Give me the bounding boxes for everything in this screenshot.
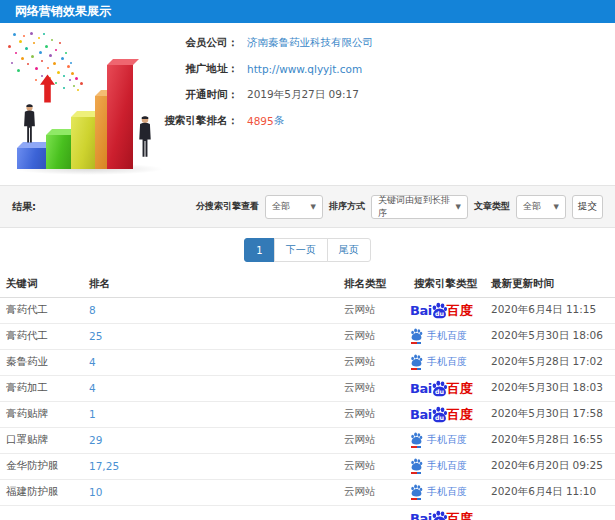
- svg-text:du: du: [435, 413, 444, 421]
- updated-time-cell: 2020年5月28日 17:02: [487, 349, 615, 375]
- keyword-cell: 金华防护服: [0, 453, 85, 479]
- businessman-left-figure: [21, 100, 38, 148]
- engine-cell: Baidu百度: [410, 401, 487, 427]
- bar-chart-graphic: [4, 27, 174, 179]
- engine-cell: 手机百度: [410, 427, 487, 453]
- rank-count-value: 4895: [247, 115, 274, 127]
- result-label: 结果:: [12, 200, 36, 214]
- svg-text:du: du: [435, 387, 444, 395]
- engine-cell: Baidu百度: [410, 375, 487, 401]
- col-rank: 排名: [85, 272, 340, 297]
- updated-time-cell: 2020年5月30日 18:03: [487, 375, 615, 401]
- engine-cell: Baidu百度: [410, 297, 487, 323]
- baidu-latin-text: Bai: [410, 512, 432, 520]
- mobile-baidu-label: 手机百度: [427, 435, 467, 445]
- rank-type-cell: 云网站: [340, 427, 410, 453]
- baidu-paw-icon: du: [431, 406, 448, 423]
- baidu-cn-text: 百度: [447, 512, 473, 520]
- pagination: 1 下一页 尾页: [0, 228, 615, 272]
- baidu-paw-icon: du: [431, 510, 448, 520]
- table-row: Baidu百度: [0, 505, 615, 520]
- rank-link[interactable]: 8: [85, 297, 340, 323]
- baidu-mobile-logo: 手机百度: [410, 328, 467, 344]
- baidu-pc-logo: Baidu百度: [410, 406, 473, 423]
- keyword-cell: 福建防护服: [0, 479, 85, 505]
- baidu-mobile-logo: 手机百度: [410, 354, 467, 370]
- engine-select[interactable]: 全部 ▼: [265, 195, 323, 219]
- rank-link[interactable]: 10: [85, 479, 340, 505]
- mobile-baidu-paw-icon: [410, 484, 423, 500]
- next-page-button[interactable]: 下一页: [274, 238, 328, 262]
- submit-button[interactable]: 提交: [572, 195, 603, 219]
- chart-bar-green: [46, 135, 71, 169]
- baidu-pc-logo: Baidu百度: [410, 510, 473, 520]
- col-engine-type: 搜索引擎类型: [410, 272, 487, 297]
- page-header: 网络营销效果展示: [0, 0, 615, 23]
- rank-type-cell: 云网站: [340, 453, 410, 479]
- article-type-select[interactable]: 全部 ▼: [516, 195, 566, 219]
- article-type-label: 文章类型: [474, 200, 510, 213]
- last-page-button[interactable]: 尾页: [327, 238, 371, 262]
- baidu-latin-text: Bai: [410, 408, 432, 421]
- filter-bar: 结果: 分搜索引擎查看 全部 ▼ 排序方式 关键词由短到长排序 ▼ 文章类型 全…: [0, 185, 615, 228]
- rank-type-cell: [340, 505, 410, 520]
- table-row: 福建防护服10云网站手机百度2020年6月4日 11:10: [0, 479, 615, 505]
- updated-time-cell: 2020年6月4日 11:15: [487, 297, 615, 323]
- engine-cell: Baidu百度: [410, 505, 487, 520]
- engine-cell: 手机百度: [410, 453, 487, 479]
- open-time-value: 2019年5月27日 09:17: [247, 88, 359, 102]
- baidu-latin-text: Bai: [410, 382, 432, 395]
- baidu-pc-logo: Baidu百度: [410, 380, 473, 397]
- chevron-down-icon: ▼: [311, 203, 316, 211]
- baidu-latin-text: Bai: [410, 304, 432, 317]
- rank-link[interactable]: [85, 505, 340, 520]
- mobile-baidu-paw-icon: [410, 328, 423, 344]
- svg-text:du: du: [435, 309, 444, 317]
- rank-link[interactable]: 4: [85, 375, 340, 401]
- article-type-select-value: 全部: [523, 200, 541, 213]
- sort-select[interactable]: 关键词由短到长排序 ▼: [371, 195, 468, 219]
- keyword-ranking-table: 关键词 排名 排名类型 搜索引擎类型 最新更新时间 膏药代工8云网站Baidu百…: [0, 272, 615, 520]
- rank-link[interactable]: 29: [85, 427, 340, 453]
- table-row: 秦鲁药业4云网站手机百度2020年5月28日 17:02: [0, 349, 615, 375]
- baidu-cn-text: 百度: [447, 408, 473, 421]
- page-title: 网络营销效果展示: [15, 3, 111, 20]
- table-body: 膏药代工8云网站Baidu百度2020年6月4日 11:15膏药代工25云网站手…: [0, 297, 615, 520]
- member-info-list: 会员公司： 济南秦鲁药业科技有限公司 推广地址： http://www.qlyy…: [150, 30, 373, 134]
- company-link[interactable]: 济南秦鲁药业科技有限公司: [247, 36, 373, 50]
- baidu-cn-text: 百度: [447, 304, 473, 317]
- rank-count-label: 搜索引擎排名：: [150, 114, 238, 128]
- engine-select-value: 全部: [272, 200, 290, 213]
- mobile-baidu-label: 手机百度: [427, 331, 467, 341]
- up-arrow-icon: [40, 74, 55, 107]
- chart-bar-yellow: [71, 117, 97, 169]
- updated-time-cell: 2020年6月4日 11:10: [487, 479, 615, 505]
- updated-time-cell: 2020年6月20日 09:25: [487, 453, 615, 479]
- rank-link[interactable]: 25: [85, 323, 340, 349]
- rank-link[interactable]: 17,25: [85, 453, 340, 479]
- chart-bar-red: [107, 65, 133, 169]
- updated-time-cell: 2020年5月28日 16:55: [487, 427, 615, 453]
- rank-type-cell: 云网站: [340, 297, 410, 323]
- rank-count-unit: 条: [274, 114, 285, 128]
- chevron-down-icon: ▼: [554, 203, 559, 211]
- filter-controls: 分搜索引擎查看 全部 ▼ 排序方式 关键词由短到长排序 ▼ 文章类型 全部 ▼ …: [196, 195, 603, 219]
- engine-cell: 手机百度: [410, 479, 487, 505]
- mobile-baidu-label: 手机百度: [427, 357, 467, 367]
- promo-url-link[interactable]: http://www.qlyyjt.com: [247, 63, 362, 75]
- table-row: 膏药代工25云网站手机百度2020年5月30日 18:06: [0, 323, 615, 349]
- table-header-row: 关键词 排名 排名类型 搜索引擎类型 最新更新时间: [0, 272, 615, 297]
- sort-select-value: 关键词由短到长排序: [378, 194, 451, 220]
- page-button-current[interactable]: 1: [244, 238, 274, 262]
- rank-link[interactable]: 1: [85, 401, 340, 427]
- chart-bar-blue: [17, 148, 49, 169]
- table-row: 金华防护服17,25云网站手机百度2020年6月20日 09:25: [0, 453, 615, 479]
- sort-label: 排序方式: [329, 200, 365, 213]
- mobile-baidu-label: 手机百度: [427, 461, 467, 471]
- mobile-baidu-label: 手机百度: [427, 487, 467, 497]
- rank-type-cell: 云网站: [340, 349, 410, 375]
- rank-link[interactable]: 4: [85, 349, 340, 375]
- baidu-paw-icon: du: [431, 380, 448, 397]
- baidu-mobile-logo: 手机百度: [410, 432, 467, 448]
- keyword-cell: 膏药加工: [0, 375, 85, 401]
